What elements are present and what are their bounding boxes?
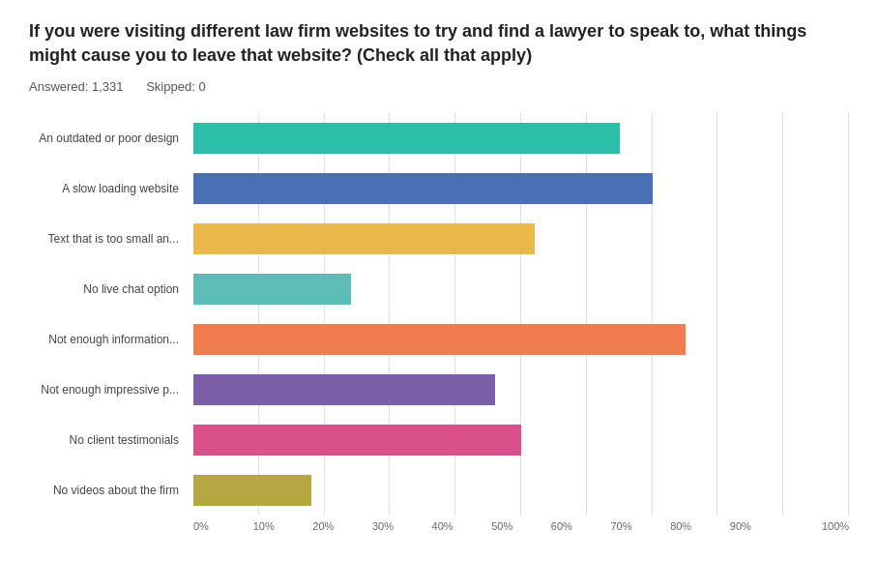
bar-label: Not enough information... [24,333,187,348]
bar-label: No client testimonials [24,433,187,449]
bar-wrapper [193,163,849,214]
bar-row: A slow loading website [193,163,849,214]
bar-row: Not enough information... [193,314,849,365]
chart-container: An outdated or poor designA slow loading… [29,113,849,532]
bar-wrapper [193,365,849,415]
x-axis-label: 60% [551,520,611,532]
bar-wrapper [193,264,849,314]
chart-area: An outdated or poor designA slow loading… [29,113,849,515]
bar-fill [193,223,535,254]
x-axis-label: 30% [372,520,432,532]
bar-row: No live chat option [193,264,849,314]
bar-label: A slow loading website [24,182,187,197]
bar-label: No live chat option [24,282,187,298]
x-axis-label: 80% [670,520,730,532]
bar-label: An outdated or poor design [24,132,187,147]
x-axis-label: 20% [312,520,372,532]
x-axis-label: 90% [730,520,790,532]
bar-wrapper [193,415,849,465]
answered-count: Answered: 1,331 [29,79,124,94]
bar-row: An outdated or poor design [193,113,849,163]
x-axis-label: 100% [789,520,849,532]
bar-wrapper [193,314,849,365]
bar-fill [193,374,495,405]
x-axis-label: 50% [491,520,551,532]
bar-label: Text that is too small an... [24,232,187,248]
bar-label: Not enough impressive p... [24,383,187,398]
bar-wrapper [193,113,849,163]
x-axis-label: 40% [432,520,492,532]
bar-fill [193,123,620,154]
bar-row: Not enough impressive p... [193,365,849,415]
bar-label: No videos about the firm [24,484,187,499]
skipped-count: Skipped: 0 [146,79,205,94]
bar-fill [193,274,351,305]
x-axis-label: 10% [253,520,313,532]
bar-row: Text that is too small an... [193,214,849,264]
bar-fill [193,173,653,204]
x-axis-label: 70% [610,520,670,532]
survey-question: If you were visiting different law firm … [29,19,849,68]
bar-wrapper [193,214,849,264]
x-axis-label: 0% [193,520,253,532]
x-axis: 0%10%20%30%40%50%60%70%80%90%100% [29,520,849,532]
bar-fill [193,475,311,506]
bar-wrapper [193,465,849,515]
bar-fill [193,425,521,456]
survey-stats: Answered: 1,331 Skipped: 0 [29,79,849,94]
bar-row: No client testimonials [193,415,849,465]
bar-row: No videos about the firm [193,465,849,515]
bar-fill [193,324,686,355]
